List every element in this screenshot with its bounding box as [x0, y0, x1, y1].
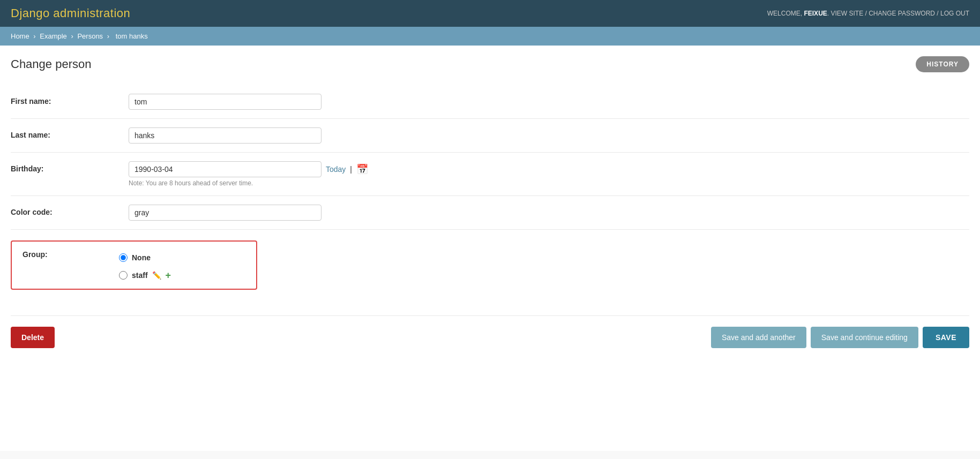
group-options: None staff ✏️ +	[119, 250, 237, 280]
user-info: WELCOME, FEIXUE. VIEW SITE / CHANGE PASS…	[767, 10, 969, 17]
group-row: Group: None staff ✏️ +	[11, 230, 969, 298]
birthday-row: Birthday: Today | 📅 Note: You are 8 hour…	[11, 153, 969, 196]
welcome-text: WELCOME,	[767, 10, 804, 17]
breadcrumb-sep-1: ›	[33, 32, 38, 40]
first-name-field	[129, 94, 969, 110]
save-and-add-button[interactable]: Save and add another	[711, 327, 806, 348]
color-code-label: Color code:	[11, 205, 129, 216]
breadcrumb-example[interactable]: Example	[40, 32, 67, 40]
breadcrumb-current: tom hanks	[116, 32, 148, 40]
last-name-row: Last name:	[11, 119, 969, 153]
group-staff-edit-icon[interactable]: ✏️	[152, 271, 161, 280]
main-content: Change person HISTORY First name: Last n…	[0, 46, 980, 451]
content-header: Change person HISTORY	[11, 56, 969, 72]
site-title: Django administration	[11, 6, 130, 20]
color-code-input[interactable]	[129, 205, 321, 221]
delete-button[interactable]: Delete	[11, 327, 55, 348]
group-staff-option[interactable]: staff ✏️ +	[119, 267, 237, 280]
save-button[interactable]: SAVE	[923, 327, 969, 348]
date-row: Today | 📅	[129, 161, 969, 177]
page-title: Change person	[11, 57, 91, 71]
first-name-row: First name:	[11, 85, 969, 119]
first-name-input[interactable]	[129, 94, 321, 110]
last-name-label: Last name:	[11, 127, 129, 139]
group-fieldset: Group: None staff ✏️ +	[11, 240, 257, 290]
timezone-note: Note: You are 8 hours ahead of server ti…	[129, 179, 969, 187]
site-header: Django administration WELCOME, FEIXUE. V…	[0, 0, 980, 27]
group-none-option[interactable]: None	[119, 250, 237, 262]
change-person-form: First name: Last name: Birthday: Today |…	[11, 85, 969, 298]
last-name-field	[129, 127, 969, 144]
save-and-continue-button[interactable]: Save and continue editing	[811, 327, 918, 348]
today-link[interactable]: Today	[326, 165, 346, 174]
color-code-field	[129, 205, 969, 221]
calendar-icon[interactable]: 📅	[356, 163, 368, 175]
username: FEIXUE	[804, 10, 827, 17]
first-name-label: First name:	[11, 94, 129, 106]
group-label: Group:	[23, 250, 119, 280]
color-code-row: Color code:	[11, 196, 969, 230]
group-staff-radio[interactable]	[119, 271, 128, 280]
view-site-link[interactable]: VIEW SITE	[831, 10, 863, 17]
pipe-separator: |	[350, 165, 352, 174]
breadcrumb-sep-2: ›	[71, 32, 75, 40]
birthday-label: Birthday:	[11, 161, 129, 173]
history-button[interactable]: HISTORY	[916, 56, 969, 72]
separator-2: /	[937, 10, 940, 17]
birthday-input[interactable]	[129, 161, 321, 177]
breadcrumb-sep-3: ›	[107, 32, 111, 40]
right-buttons: Save and add another Save and continue e…	[711, 327, 969, 348]
last-name-input[interactable]	[129, 127, 321, 144]
breadcrumb-home[interactable]: Home	[11, 32, 29, 40]
breadcrumb-persons[interactable]: Persons	[77, 32, 103, 40]
group-staff-label: staff	[132, 271, 148, 280]
log-out-link[interactable]: LOG OUT	[940, 10, 969, 17]
group-none-label: None	[132, 253, 151, 262]
group-staff-add-icon[interactable]: +	[166, 270, 171, 280]
submit-row: Delete Save and add another Save and con…	[11, 315, 969, 359]
group-none-radio[interactable]	[119, 253, 128, 262]
change-password-link[interactable]: CHANGE PASSWORD	[869, 10, 935, 17]
birthday-field: Today | 📅 Note: You are 8 hours ahead of…	[129, 161, 969, 187]
breadcrumb: Home › Example › Persons › tom hanks	[0, 27, 980, 46]
